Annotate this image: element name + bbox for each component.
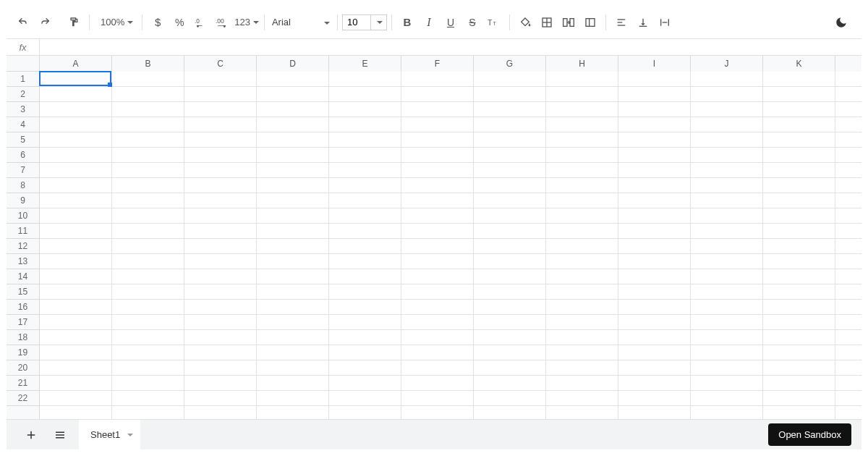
col-header[interactable]: I: [618, 56, 691, 72]
decrease-decimal-button[interactable]: .0: [191, 12, 211, 33]
open-sandbox-label: Open Sandbox: [778, 429, 841, 440]
strikethrough-button[interactable]: S: [462, 12, 482, 33]
sheet-tab[interactable]: Sheet1: [79, 420, 140, 450]
toolbar: 100% $ % .0 .00 123 B I U S TT: [7, 7, 861, 38]
svg-text:T: T: [493, 20, 495, 25]
italic-button[interactable]: I: [419, 12, 439, 33]
font-size-input[interactable]: [342, 14, 371, 30]
open-sandbox-button[interactable]: Open Sandbox: [768, 423, 851, 446]
paint-format-button[interactable]: [64, 12, 84, 33]
undo-button[interactable]: [13, 12, 33, 33]
row-header[interactable]: 10: [7, 208, 39, 224]
number-format-label: 123: [234, 17, 250, 28]
format-percent-button[interactable]: %: [169, 12, 190, 33]
row-header[interactable]: 4: [7, 117, 39, 132]
borders-button[interactable]: [537, 12, 557, 33]
formula-bar: fx: [7, 38, 861, 56]
add-sheet-button[interactable]: [17, 421, 46, 449]
row-header[interactable]: 18: [7, 330, 39, 345]
row-header[interactable]: 5: [7, 132, 39, 148]
row-header[interactable]: 20: [7, 360, 39, 376]
col-header[interactable]: A: [40, 56, 112, 72]
text-height-button[interactable]: TT: [484, 12, 504, 33]
redo-button[interactable]: [35, 12, 55, 33]
vertical-align-button[interactable]: [633, 12, 653, 33]
text-wrap-button[interactable]: [655, 12, 675, 33]
row-header[interactable]: 16: [7, 300, 39, 315]
svg-rect-9: [586, 18, 595, 26]
col-header[interactable]: G: [474, 56, 546, 72]
svg-text:.0: .0: [195, 17, 200, 24]
zoom-value: 100%: [101, 17, 124, 28]
col-header[interactable]: K: [763, 56, 835, 72]
row-header[interactable]: 12: [7, 239, 39, 254]
zoom-dropdown[interactable]: 100%: [95, 12, 137, 33]
row-header[interactable]: 15: [7, 284, 39, 300]
row-header[interactable]: 8: [7, 178, 39, 193]
number-format-dropdown[interactable]: 123: [234, 12, 259, 33]
row-header[interactable]: 2: [7, 87, 39, 102]
font-family-dropdown[interactable]: [269, 13, 333, 32]
sheet-bar: Sheet1 Open Sandbox: [7, 419, 861, 449]
format-currency-button[interactable]: $: [148, 12, 168, 33]
col-header[interactable]: D: [257, 56, 329, 72]
row-header[interactable]: 1: [7, 72, 39, 87]
col-header[interactable]: H: [546, 56, 618, 72]
sheet-tab-menu-icon[interactable]: [127, 434, 133, 436]
col-header[interactable]: C: [184, 56, 257, 72]
row-header[interactable]: 6: [7, 148, 39, 163]
cell-view-button[interactable]: [580, 12, 600, 33]
increase-decimal-button[interactable]: .00: [213, 12, 233, 33]
col-header[interactable]: E: [329, 56, 401, 72]
merge-cells-button[interactable]: [558, 12, 579, 33]
formula-input[interactable]: [40, 39, 861, 55]
selection-fill-handle[interactable]: [108, 83, 112, 87]
fx-label: fx: [7, 39, 40, 55]
row-header[interactable]: 11: [7, 224, 39, 239]
spreadsheet-app: 100% $ % .0 .00 123 B I U S TT: [7, 7, 861, 449]
cells-canvas[interactable]: [40, 72, 861, 419]
row-headers: 1 2 3 4 5 6 7 8 9 10 11 12 13 14 15 16 1…: [7, 72, 40, 419]
selection-box: [39, 71, 111, 86]
row-header[interactable]: 7: [7, 163, 39, 178]
svg-text:T: T: [488, 17, 493, 26]
underline-button[interactable]: U: [441, 12, 461, 33]
row-header[interactable]: 21: [7, 376, 39, 391]
row-header[interactable]: 17: [7, 315, 39, 330]
col-header[interactable]: F: [401, 56, 474, 72]
col-header[interactable]: [835, 56, 861, 72]
row-header[interactable]: 13: [7, 254, 39, 269]
col-header[interactable]: J: [691, 56, 763, 72]
dark-mode-toggle[interactable]: [831, 12, 851, 33]
svg-text:.00: .00: [216, 17, 224, 25]
row-header[interactable]: 22: [7, 391, 39, 406]
grid-area: A B C D E F G H I J K 1 2 3 4 5 6 7 8 9 …: [7, 56, 861, 419]
row-header[interactable]: 14: [7, 269, 39, 284]
svg-rect-7: [563, 18, 567, 26]
font-size-dropdown[interactable]: [371, 14, 387, 30]
column-headers: A B C D E F G H I J K: [40, 56, 861, 72]
bold-button[interactable]: B: [397, 12, 417, 33]
all-sheets-button[interactable]: [46, 421, 75, 449]
col-header[interactable]: B: [112, 56, 184, 72]
row-header[interactable]: 19: [7, 345, 39, 360]
sheet-tab-label: Sheet1: [90, 429, 120, 440]
row-header[interactable]: 9: [7, 193, 39, 208]
fill-color-button[interactable]: [515, 12, 535, 33]
row-header[interactable]: 3: [7, 102, 39, 117]
horizontal-align-button[interactable]: [611, 12, 631, 33]
select-all-corner[interactable]: [7, 56, 40, 72]
